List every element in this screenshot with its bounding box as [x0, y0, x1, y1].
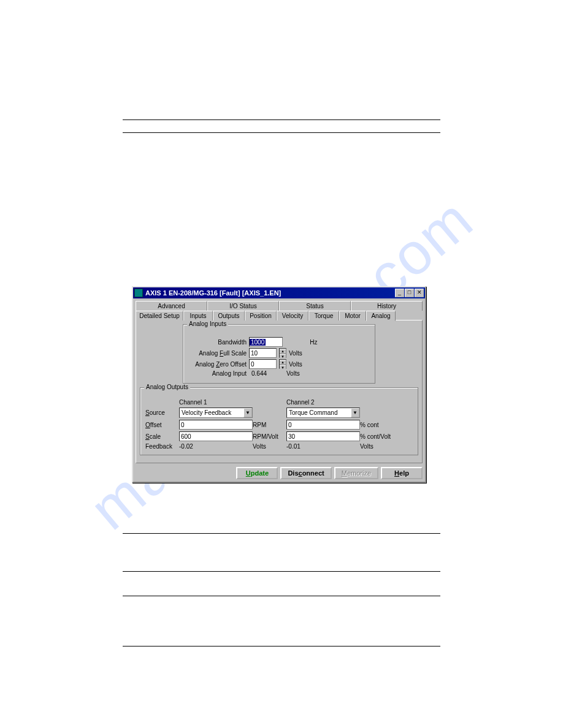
analog-input-label: Analog Input: [188, 370, 247, 377]
memorize-button[interactable]: Memorize: [334, 467, 378, 479]
offset2-input[interactable]: [286, 420, 360, 430]
scale1-input[interactable]: [179, 431, 253, 441]
zero-offset-input[interactable]: [249, 359, 277, 369]
feedback1-value: -0.02: [179, 443, 253, 450]
app-window: AXIS 1 EN-208/MG-316 [Fault] [AXIS_1.EN]…: [132, 286, 426, 483]
scale-label: Scale: [145, 433, 179, 440]
source2-select[interactable]: Torque Command▼: [286, 408, 360, 418]
spin-up-icon[interactable]: ▲: [280, 349, 286, 354]
zero-offset-spinner[interactable]: ▲▼: [279, 359, 286, 369]
channel2-header: Channel 2: [286, 399, 360, 406]
tab-velocity[interactable]: Velocity: [277, 311, 308, 320]
bandwidth-unit: Hz: [291, 339, 317, 346]
bandwidth-label: Bandwidth: [188, 339, 247, 346]
offset2-unit: % cont: [360, 422, 394, 428]
spin-down-icon[interactable]: ▼: [280, 354, 286, 359]
source-label: Source: [145, 409, 179, 416]
disconnect-button[interactable]: Disconnect: [280, 467, 331, 479]
analog-input-value: 0.644: [249, 370, 284, 377]
feedback2-value: -0.01: [286, 443, 360, 450]
offset1-input[interactable]: [179, 420, 253, 430]
feedback1-unit: Volts: [253, 443, 286, 450]
analog-input-unit: Volts: [286, 370, 300, 377]
spin-up-icon[interactable]: ▲: [280, 360, 286, 365]
fullscale-spinner[interactable]: ▲▼: [279, 348, 286, 358]
tab-outputs[interactable]: Outputs: [213, 311, 245, 320]
app-icon: [134, 289, 143, 297]
titlebar[interactable]: AXIS 1 EN-208/MG-316 [Fault] [AXIS_1.EN]…: [133, 287, 425, 298]
analog-inputs-title: Analog Inputs: [187, 320, 228, 327]
scale2-unit: % cont/Volt: [360, 433, 394, 440]
tab-history[interactable]: History: [351, 301, 423, 311]
chevron-down-icon[interactable]: ▼: [243, 408, 252, 417]
minimize-button[interactable]: _: [395, 289, 404, 297]
maximize-button[interactable]: □: [405, 289, 414, 297]
analog-outputs-title: Analog Outputs: [144, 384, 190, 390]
scale1-unit: RPM/Volt: [253, 433, 286, 440]
tab-motor[interactable]: Motor: [339, 311, 366, 320]
close-button[interactable]: ✕: [415, 289, 424, 297]
tab-analog[interactable]: Analog: [366, 311, 396, 321]
bandwidth-value-selected: 1000: [250, 339, 266, 346]
feedback-label: Feedback: [145, 443, 179, 450]
fullscale-label: Analog Full Scale: [188, 350, 247, 357]
tab-torque[interactable]: Torque: [308, 311, 339, 320]
tab-inputs[interactable]: Inputs: [183, 311, 213, 320]
spin-down-icon[interactable]: ▼: [280, 365, 286, 370]
help-button[interactable]: Help: [381, 467, 423, 479]
chevron-down-icon[interactable]: ▼: [351, 408, 359, 417]
fullscale-input[interactable]: [249, 348, 277, 358]
fullscale-unit: Volts: [289, 350, 302, 357]
scale2-input[interactable]: [286, 431, 360, 441]
tab-detailed-setup[interactable]: Detailed Setup: [136, 311, 183, 320]
tab-advanced[interactable]: Advanced: [136, 301, 207, 311]
tab-io-status[interactable]: I/O Status: [207, 301, 279, 311]
tab-position[interactable]: Position: [245, 311, 277, 320]
feedback2-unit: Volts: [360, 443, 394, 450]
analog-outputs-group: Analog Outputs Channel 1 Channel 2 Sourc…: [140, 387, 418, 455]
offset-label: Offset: [145, 422, 179, 428]
source1-select[interactable]: Velocity Feedback▼: [179, 408, 253, 418]
zero-offset-label: Analog Zero Offset: [188, 361, 247, 368]
window-title: AXIS 1 EN-208/MG-316 [Fault] [AXIS_1.EN]: [145, 289, 395, 297]
analog-inputs-group: Analog Inputs Bandwidth 1000 Hz Analog F…: [183, 324, 375, 384]
update-button[interactable]: Update: [236, 467, 278, 479]
zero-offset-unit: Volts: [289, 361, 302, 368]
channel1-header: Channel 1: [179, 399, 253, 406]
offset1-unit: RPM: [253, 422, 286, 428]
tab-status[interactable]: Status: [279, 301, 351, 311]
